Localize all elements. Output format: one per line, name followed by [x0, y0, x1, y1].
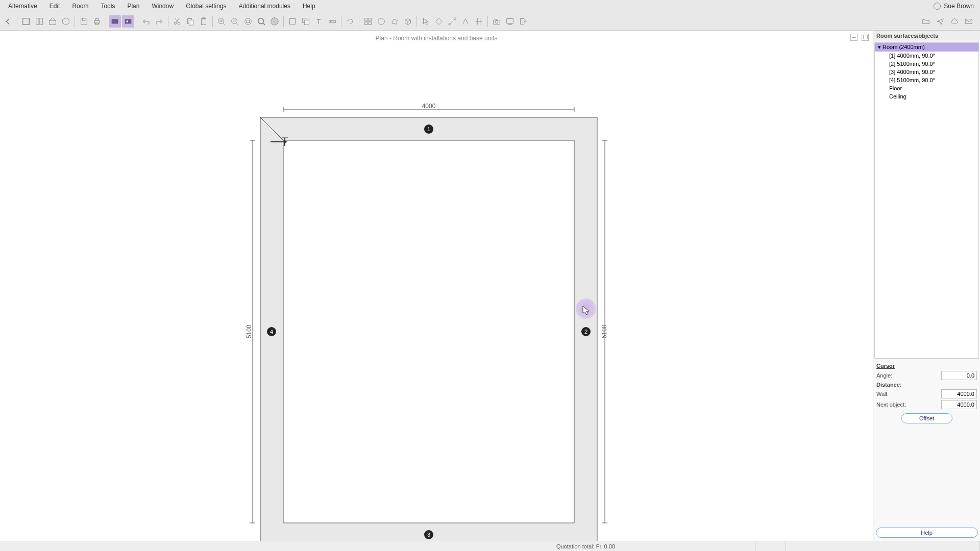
cursor-title: Cursor: [876, 363, 977, 369]
help-button[interactable]: Help: [876, 528, 978, 538]
rotate-icon[interactable]: [344, 15, 356, 28]
menu-additional-modules[interactable]: Additional modules: [233, 1, 297, 12]
select-arrow-icon[interactable]: [420, 15, 432, 28]
mail-icon[interactable]: [963, 15, 975, 28]
save-icon[interactable]: [78, 15, 90, 28]
tree-ceiling[interactable]: Ceiling: [875, 92, 978, 101]
grid1-icon[interactable]: [362, 15, 374, 28]
camera-icon[interactable]: [491, 15, 503, 28]
snap4-icon[interactable]: [473, 15, 485, 28]
svg-rect-37: [329, 20, 336, 23]
snap3-icon[interactable]: [459, 15, 472, 28]
picture-mode1-icon[interactable]: [109, 15, 121, 28]
menu-room[interactable]: Room: [66, 1, 94, 12]
zoom-out-icon[interactable]: [229, 15, 241, 28]
svg-rect-2: [40, 18, 42, 24]
main-area: Plan - Room with installations and base …: [0, 31, 980, 541]
statusbar: Quotation total: Fr. 0.00: [0, 541, 980, 551]
svg-line-26: [236, 22, 239, 25]
menu-window[interactable]: Window: [145, 1, 180, 12]
svg-line-22: [223, 22, 226, 25]
back-icon[interactable]: [2, 15, 14, 28]
svg-rect-0: [23, 18, 30, 24]
menubar: Alternative Edit Room Tools Plan Window …: [0, 0, 980, 12]
angle-label: Angle:: [876, 372, 941, 379]
angle-input[interactable]: [941, 371, 977, 380]
svg-point-12: [126, 20, 128, 22]
menu-edit[interactable]: Edit: [43, 1, 66, 12]
view-front-icon[interactable]: [46, 15, 59, 28]
zoom-in-icon[interactable]: [215, 15, 228, 28]
folder-icon[interactable]: [920, 15, 932, 28]
svg-point-45: [378, 18, 385, 24]
object-tree[interactable]: ▾ Room (2400mm) [1] 4000mm, 90.0° [2] 51…: [874, 42, 979, 359]
canvas[interactable]: Plan - Room with installations and base …: [0, 31, 873, 541]
svg-rect-41: [365, 18, 368, 20]
undo-icon[interactable]: [140, 15, 152, 28]
picture-mode2-icon[interactable]: [122, 15, 134, 28]
view-elevation-icon[interactable]: [33, 15, 45, 28]
svg-rect-43: [365, 21, 368, 24]
tree-floor[interactable]: Floor: [875, 84, 978, 92]
shape-circle-icon[interactable]: [375, 15, 387, 28]
tree-room-root[interactable]: ▾ Room (2400mm): [875, 43, 978, 52]
print-icon[interactable]: [91, 15, 103, 28]
svg-rect-18: [189, 20, 193, 25]
offset-button[interactable]: Offset: [901, 413, 952, 423]
zoom-fit-icon[interactable]: [242, 15, 254, 28]
export-icon[interactable]: [517, 15, 529, 28]
side-panel: Room surfaces/objects ▾ Room (2400mm) [1…: [873, 31, 980, 541]
wall-input[interactable]: [941, 389, 977, 398]
svg-rect-3: [50, 20, 56, 24]
view-3d-icon[interactable]: [60, 15, 72, 28]
svg-text:2: 2: [584, 329, 587, 335]
snap1-icon[interactable]: [433, 15, 445, 28]
svg-point-47: [449, 23, 451, 25]
snap2-icon[interactable]: [446, 15, 458, 28]
copy-icon[interactable]: [184, 15, 197, 28]
tree-wall-2[interactable]: [2] 5100mm, 90.0°: [875, 60, 978, 68]
dim-right: 5100: [601, 324, 608, 338]
cut-icon[interactable]: [171, 15, 183, 28]
svg-line-31: [263, 22, 265, 25]
paste-icon[interactable]: [198, 15, 210, 28]
measure-icon[interactable]: [326, 15, 338, 28]
monitor-icon[interactable]: [504, 15, 516, 28]
next-object-label: Next object:: [876, 402, 941, 408]
next-object-input[interactable]: [941, 400, 977, 409]
menu-help[interactable]: Help: [297, 1, 322, 12]
svg-text:1: 1: [427, 126, 430, 132]
user-area[interactable]: Sue Brown: [934, 3, 978, 10]
zoom-extents-icon[interactable]: [268, 15, 281, 28]
view-plan-icon[interactable]: [20, 15, 32, 28]
tree-wall-4[interactable]: [4] 5100mm, 90.0°: [875, 76, 978, 84]
menu-global-settings[interactable]: Global settings: [180, 1, 232, 12]
cursor-section: Cursor Angle: Distance: Wall: Next objec…: [873, 360, 980, 431]
shape-box-icon[interactable]: [402, 15, 414, 28]
user-name: Sue Brown: [944, 3, 974, 10]
tree-wall-3[interactable]: [3] 4000mm, 90.0°: [875, 68, 978, 76]
layer1-icon[interactable]: [286, 15, 299, 28]
menu-plan[interactable]: Plan: [121, 1, 145, 12]
tree-wall-1[interactable]: [1] 4000mm, 90.0°: [875, 52, 978, 60]
menu-tools[interactable]: Tools: [94, 1, 121, 12]
zoom-window-icon[interactable]: [255, 15, 267, 28]
send-icon[interactable]: [934, 15, 946, 28]
svg-line-5: [53, 17, 56, 20]
layer2-icon[interactable]: [300, 15, 312, 28]
svg-rect-59: [521, 18, 524, 24]
text-icon[interactable]: T: [313, 15, 325, 28]
svg-rect-8: [95, 18, 98, 20]
svg-text:3: 3: [427, 532, 430, 538]
svg-rect-33: [290, 18, 296, 24]
redo-icon[interactable]: [153, 15, 165, 28]
svg-point-32: [271, 17, 278, 24]
cloud-icon[interactable]: [948, 15, 961, 28]
menu-alternative[interactable]: Alternative: [2, 1, 43, 12]
svg-line-16: [175, 18, 179, 23]
svg-text:4: 4: [270, 329, 273, 335]
status-quotation: Quotation total: Fr. 0.00: [551, 541, 755, 551]
shape-poly-icon[interactable]: [388, 15, 401, 28]
svg-rect-44: [369, 21, 371, 24]
svg-line-46: [450, 18, 455, 24]
